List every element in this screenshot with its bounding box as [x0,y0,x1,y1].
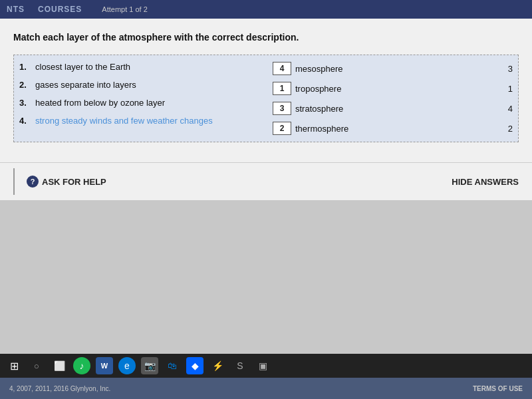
answer-row-2: 1 troposphere 1 [273,82,513,95]
camera-icon[interactable]: 📷 [141,357,158,374]
question-row-4: 4. strong steady winds and few weather c… [19,116,259,126]
top-bar: NTS COURSES Attempt 1 of 2 [0,0,532,19]
answer-row-4: 2 thermosphere 2 [273,122,513,135]
answer-label-3: stratosphere [295,104,498,114]
answer-row-3: 3 stratosphere 4 [273,102,513,115]
answer-box-4[interactable]: 2 [273,122,291,135]
edge-icon[interactable]: e [118,357,136,374]
question-text-3: heated from below by ozone layer [35,98,165,108]
question-row-3: 3. heated from below by ozone layer [19,98,259,108]
question-row-2: 2. gases separate into layers [19,80,259,90]
nav-courses[interactable]: COURSES [38,5,82,14]
ask-help-label: ASK FOR HELP [42,177,106,187]
word-icon[interactable]: W [96,357,113,374]
copyright-text: 4, 2007, 2011, 2016 Glynlyon, Inc. [9,385,110,392]
answer-label-1: mesosphere [295,64,498,74]
attempt-label: Attempt 1 of 2 [102,5,147,13]
question-text-1: closest layer to the Earth [35,62,130,72]
answer-row-1: 4 mesosphere 3 [273,62,513,75]
footer: 4, 2007, 2011, 2016 Glynlyon, Inc. TERMS… [0,378,532,399]
answer-box-2[interactable]: 1 [273,82,291,95]
taskbar-icon-extra1[interactable]: ⚡ [209,357,226,374]
answer-box-1[interactable]: 4 [273,62,291,75]
taskbar-search-icon[interactable]: ○ [28,357,45,374]
nav-nts[interactable]: NTS [7,5,25,14]
question-row-1: 1. closest layer to the Earth [19,62,259,72]
store-icon[interactable]: 🛍 [164,357,181,374]
answer-number-1: 3 [502,64,513,74]
hide-answers-button[interactable]: HIDE ANSWERS [452,177,519,187]
divider [13,168,15,195]
taskbar-icon-extra3[interactable]: ▣ [254,357,271,374]
instruction-text: Match each layer of the atmosphere with … [13,32,519,43]
question-num-1: 1. [19,62,31,72]
answer-number-2: 1 [502,84,513,94]
question-num-3: 3. [19,98,31,108]
answers-column: 4 mesosphere 3 1 troposphere 1 3 stratos… [266,62,513,135]
answer-label-4: thermosphere [295,124,498,134]
spotify-icon[interactable]: ♪ [73,357,90,374]
answer-box-3[interactable]: 3 [273,102,291,115]
answer-number-4: 2 [502,124,513,134]
taskbar-icon-extra2[interactable]: S [231,357,249,374]
dropbox-icon[interactable]: ◆ [186,357,203,374]
question-num-2: 2. [19,80,31,90]
match-container: 1. closest layer to the Earth 2. gases s… [13,55,519,142]
answer-label-2: troposphere [295,84,498,94]
taskbar: ⊞ ○ ⬜ ♪ W e 📷 🛍 ◆ ⚡ S ▣ [0,354,532,378]
question-num-4: 4. [19,116,31,126]
terms-of-use-link[interactable]: TERMS OF USE [473,385,523,392]
questions-column: 1. closest layer to the Earth 2. gases s… [19,62,266,135]
answer-number-3: 4 [502,104,513,114]
action-bar: ? ASK FOR HELP HIDE ANSWERS [0,162,532,200]
taskbar-panels-icon[interactable]: ⬜ [51,357,68,374]
question-text-2: gases separate into layers [35,80,136,90]
main-content: Match each layer of the atmosphere with … [0,19,532,162]
windows-start-icon[interactable]: ⊞ [5,357,23,374]
help-icon: ? [27,176,39,188]
question-text-4: strong steady winds and few weather chan… [35,116,213,126]
ask-help-button[interactable]: ? ASK FOR HELP [27,176,106,188]
